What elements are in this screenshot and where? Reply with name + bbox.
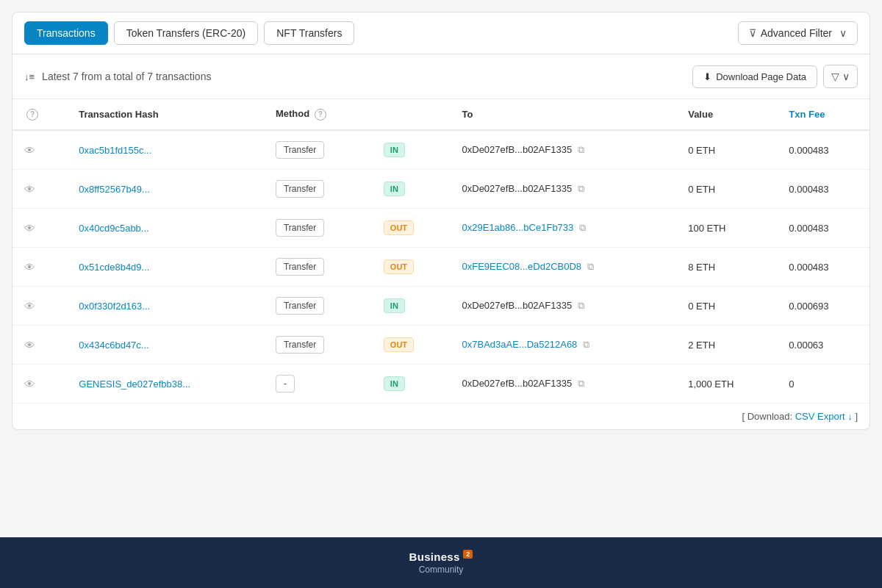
table-row: 👁 0x40cd9c5abb... Transfer OUT 0x29E1ab8… — [12, 209, 870, 248]
hash-cell: 0xac5b1fd155c... — [67, 130, 264, 170]
copy-icon[interactable]: ⧉ — [578, 183, 584, 195]
hash-cell: 0x40cd9c5abb... — [67, 209, 264, 248]
copy-icon[interactable]: ⧉ — [578, 378, 584, 390]
to-address: 0xDe027efB...b02AF1335 — [462, 183, 573, 194]
tab-token-transfers[interactable]: Token Transfers (ERC-20) — [114, 21, 259, 45]
copy-icon[interactable]: ⧉ — [578, 144, 584, 156]
eye-cell: 👁 — [12, 130, 67, 170]
hash-cell: 0x0f330f2d163... — [67, 287, 264, 326]
to-address[interactable]: 0xFE9EEC08...eDd2CB0D8 — [462, 261, 582, 272]
eye-cell: 👁 — [12, 287, 67, 326]
copy-icon[interactable]: ⧉ — [583, 339, 589, 351]
to-cell: 0xFE9EEC08...eDd2CB0D8 ⧉ — [451, 248, 677, 287]
tab-nft-transfers[interactable]: NFT Transfers — [264, 21, 354, 45]
table-row: 👁 GENESIS_de027efbb38... - IN 0xDe027efB… — [12, 365, 870, 404]
download-page-data-button[interactable]: ⬇ Download Page Data — [692, 65, 817, 88]
table-row: 👁 0x51cde8b4d9... Transfer OUT 0xFE9EEC0… — [12, 248, 870, 287]
to-cell: 0x29E1ab86...bCe1Fb733 ⧉ — [451, 209, 677, 248]
to-address: 0xDe027efB...b02AF1335 — [462, 378, 573, 389]
eye-icon[interactable]: 👁 — [24, 222, 35, 234]
to-cell: 0x7BAd3aAE...Da5212A68 ⧉ — [451, 326, 677, 365]
filter-chevron: ∨ — [842, 71, 850, 82]
method-help-icon[interactable]: ? — [315, 109, 326, 121]
direction-badge: OUT — [384, 220, 414, 235]
to-address: 0xDe027efB...b02AF1335 — [462, 300, 573, 311]
csv-export-link[interactable]: CSV Export ↓ — [795, 411, 853, 422]
table-row: 👁 0x0f330f2d163... Transfer IN 0xDe027ef… — [12, 287, 870, 326]
method-cell: Transfer — [264, 287, 372, 326]
tab-bar: Transactions Token Transfers (ERC-20) NF… — [12, 12, 870, 54]
sub-header-summary: ↓≡ Latest 7 from a total of 7 transactio… — [24, 71, 211, 82]
csv-suffix: ] — [855, 411, 858, 422]
value-cell: 8 ETH — [676, 248, 777, 287]
summary-text: Latest 7 from a total of 7 transactions — [42, 71, 211, 82]
eye-cell: 👁 — [12, 248, 67, 287]
table-row: 👁 0xac5b1fd155c... Transfer IN 0xDe027ef… — [12, 130, 870, 170]
eye-cell: 👁 — [12, 326, 67, 365]
tx-hash-link[interactable]: 0xac5b1fd155c... — [79, 145, 151, 156]
txn-fee-cell: 0.000483 — [777, 170, 870, 209]
tab-group: Transactions Token Transfers (ERC-20) NF… — [24, 21, 354, 45]
eye-cell: 👁 — [12, 209, 67, 248]
brand-sub: Community — [12, 564, 870, 575]
to-cell: 0xDe027efB...b02AF1335 ⧉ — [451, 170, 677, 209]
method-badge: Transfer — [276, 297, 324, 315]
value-cell: 100 ETH — [676, 209, 777, 248]
tx-hash-link[interactable]: 0x0f330f2d163... — [79, 301, 150, 312]
col-txn-fee: Txn Fee — [777, 99, 870, 130]
direction-cell: IN — [372, 287, 451, 326]
eye-icon[interactable]: 👁 — [24, 261, 35, 273]
method-cell: Transfer — [264, 170, 372, 209]
value-cell: 2 ETH — [676, 326, 777, 365]
eye-icon[interactable]: 👁 — [24, 183, 35, 196]
tx-hash-link[interactable]: 0x434c6bd47c... — [79, 340, 148, 351]
chevron-down-icon: ∨ — [839, 27, 847, 39]
eye-icon[interactable]: 👁 — [24, 378, 35, 390]
tx-hash-link[interactable]: 0x8ff52567b49... — [79, 184, 150, 195]
txn-fee-cell: 0.000483 — [777, 130, 870, 170]
help-icon[interactable]: ? — [26, 109, 38, 121]
direction-badge: IN — [384, 376, 405, 391]
advanced-filter-label: Advanced Filter — [761, 27, 832, 39]
direction-cell: IN — [372, 365, 451, 404]
tx-hash-link[interactable]: 0x40cd9c5abb... — [79, 223, 148, 234]
to-address[interactable]: 0x29E1ab86...bCe1Fb733 — [462, 222, 574, 233]
method-badge: Transfer — [276, 141, 324, 159]
direction-cell: OUT — [372, 209, 451, 248]
method-cell: - — [264, 365, 372, 404]
txn-fee-cell: 0.000693 — [777, 287, 870, 326]
value-cell: 0 ETH — [676, 170, 777, 209]
table-header-row: ? Transaction Hash Method ? To Value Txn… — [12, 99, 870, 130]
method-cell: Transfer — [264, 209, 372, 248]
col-eye: ? — [12, 99, 67, 130]
method-badge: - — [276, 375, 295, 392]
eye-icon[interactable]: 👁 — [24, 339, 35, 351]
txn-fee-cell: 0.00063 — [777, 326, 870, 365]
eye-icon[interactable]: 👁 — [24, 144, 35, 157]
sub-header: ↓≡ Latest 7 from a total of 7 transactio… — [12, 54, 870, 99]
copy-icon[interactable]: ⧉ — [587, 261, 594, 273]
hash-cell: 0x51cde8b4d9... — [67, 248, 264, 287]
table-row: 👁 0x8ff52567b49... Transfer IN 0xDe027ef… — [12, 170, 870, 209]
txn-fee-cell: 0.000483 — [777, 248, 870, 287]
method-badge: Transfer — [276, 258, 324, 276]
eye-cell: 👁 — [12, 365, 67, 404]
tx-hash-link[interactable]: 0x51cde8b4d9... — [79, 262, 149, 273]
eye-icon[interactable]: 👁 — [24, 300, 35, 312]
col-hash: Transaction Hash — [67, 99, 264, 130]
filter-button[interactable]: ▽ ∨ — [823, 65, 858, 88]
hash-cell: 0x434c6bd47c... — [67, 326, 264, 365]
copy-icon[interactable]: ⧉ — [578, 300, 584, 312]
tab-transactions[interactable]: Transactions — [24, 21, 108, 45]
sort-icon: ↓≡ — [24, 71, 35, 82]
eye-cell: 👁 — [12, 170, 67, 209]
direction-cell: IN — [372, 130, 451, 170]
copy-icon[interactable]: ⧉ — [579, 222, 586, 234]
method-badge: Transfer — [276, 180, 324, 198]
brand-superscript: 2 — [463, 550, 473, 559]
method-cell: Transfer — [264, 130, 372, 170]
advanced-filter-button[interactable]: ⊽ Advanced Filter ∨ — [738, 21, 858, 45]
table-row: 👁 0x434c6bd47c... Transfer OUT 0x7BAd3aA… — [12, 326, 870, 365]
to-address[interactable]: 0x7BAd3aAE...Da5212A68 — [462, 339, 578, 350]
tx-hash-genesis[interactable]: GENESIS_de027efbb38... — [79, 379, 190, 390]
